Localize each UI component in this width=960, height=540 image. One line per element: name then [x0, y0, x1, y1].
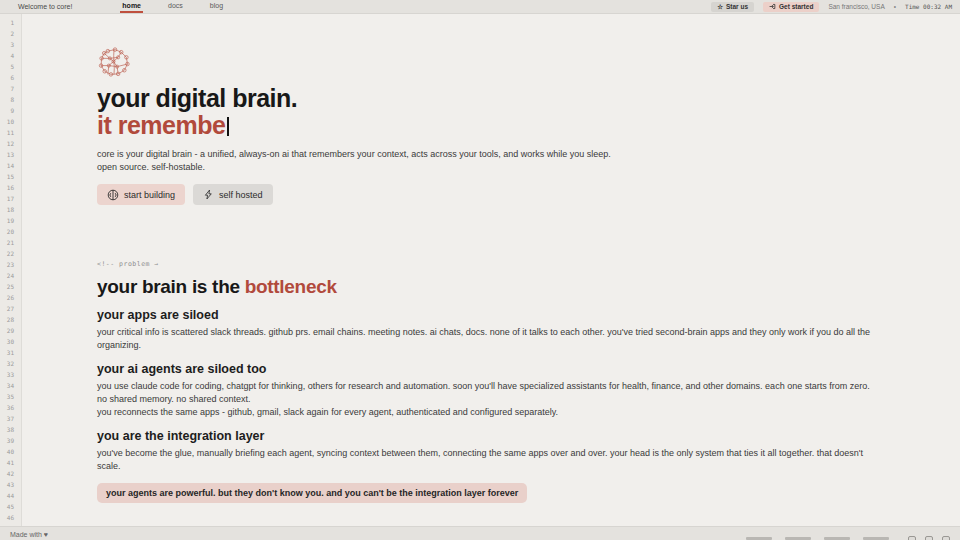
section-body: you've become the glue, manually briefin… — [97, 447, 886, 473]
typing-cursor — [227, 117, 229, 136]
section-title: your apps are siloed — [97, 308, 886, 322]
hero-buttons: start building self hosted — [97, 184, 886, 205]
callout-banner: your agents are powerful. but they don't… — [97, 483, 527, 503]
hero-description-line1: core is your digital brain - a unified, … — [97, 149, 611, 159]
footer-bar: Made with ♥ — [0, 526, 960, 540]
brain-circle-icon — [107, 189, 119, 201]
brain-network-logo-icon — [97, 47, 131, 78]
location-text: San francisco, USA — [828, 3, 884, 10]
line-number-gutter: 1234567891011121314151617181920212223242… — [0, 14, 22, 526]
hero-description: core is your digital brain - a unified, … — [97, 148, 886, 173]
main-content: your digital brain. it remembe core is y… — [97, 14, 960, 526]
star-icon: ☆ — [717, 3, 723, 11]
problem-heading-accent: bottleneck — [245, 276, 337, 297]
bolt-icon — [203, 189, 214, 200]
welcome-text: Welcome to core! — [18, 3, 72, 10]
footer-social-icon[interactable] — [925, 536, 933, 540]
topbar-right: ☆ Star us Get started San francisco, USA… — [711, 0, 952, 13]
hero-title: your digital brain. it remembe — [97, 85, 886, 139]
section-agents-siloed: your ai agents are siloed too you use cl… — [97, 362, 886, 419]
section-apps-siloed: your apps are siloed your critical info … — [97, 308, 886, 352]
hero-title-line1: your digital brain. — [97, 84, 297, 112]
footer-social-icon[interactable] — [908, 536, 916, 540]
made-with-text: Made with ♥ — [10, 531, 48, 538]
enter-arrow-icon — [769, 3, 776, 10]
section-title: your ai agents are siloed too — [97, 362, 886, 376]
footer-social-icons — [908, 536, 950, 540]
section-body: you use claude code for coding, chatgpt … — [97, 380, 886, 419]
section-integration-layer: you are the integration layer you've bec… — [97, 429, 886, 473]
footer-right-links — [746, 536, 950, 540]
tab-docs[interactable]: docs — [166, 0, 185, 13]
hero-title-typed: it remembe — [97, 111, 225, 139]
top-bar: Welcome to core! home docs blog ☆ Star u… — [0, 0, 960, 14]
problem-section-comment: <!-- problem → — [97, 260, 886, 268]
get-started-button[interactable]: Get started — [763, 2, 819, 12]
problem-heading: your brain is the bottleneck — [97, 276, 886, 298]
clock-text: Time 00:32 AM — [905, 3, 952, 10]
tab-home[interactable]: home — [120, 0, 143, 13]
section-title: you are the integration layer — [97, 429, 886, 443]
footer-social-icon[interactable] — [942, 536, 950, 540]
section-body: your critical info is scattered slack th… — [97, 326, 886, 352]
tab-blog[interactable]: blog — [208, 0, 225, 13]
hero-description-line2: open source. self-hostable. — [97, 162, 205, 172]
nav-tabs: home docs blog — [120, 0, 225, 13]
separator-dot: • — [894, 3, 896, 10]
start-building-button[interactable]: start building — [97, 184, 185, 205]
self-hosted-button[interactable]: self hosted — [193, 184, 273, 205]
star-us-button[interactable]: ☆ Star us — [711, 2, 754, 12]
